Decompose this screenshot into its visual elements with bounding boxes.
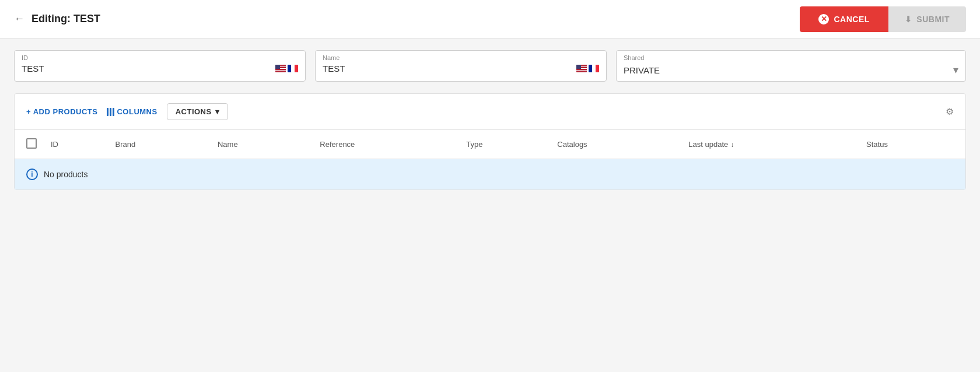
products-section: + ADD PRODUCTS COLUMNS ACTIONS ▾ ⚙ — [14, 93, 966, 190]
no-products-banner: i No products — [15, 159, 965, 189]
header-actions: ✕ CANCEL ⬇ SUBMIT — [800, 6, 966, 32]
actions-dropdown-arrow: ▾ — [215, 107, 220, 116]
columns-button[interactable]: COLUMNS — [107, 107, 157, 116]
name-label: Name — [323, 54, 599, 61]
th-reference-label: Reference — [320, 140, 355, 149]
th-brand-label: Brand — [116, 140, 136, 149]
add-products-label: + ADD PRODUCTS — [26, 107, 97, 116]
shared-dropdown-arrow: ▾ — [953, 64, 958, 76]
select-all-checkbox[interactable] — [26, 138, 37, 149]
cancel-button[interactable]: ✕ CANCEL — [800, 6, 888, 32]
id-field: ID TEST — [14, 50, 306, 82]
name-value-row: TEST — [323, 64, 599, 73]
shared-value: PRIVATE — [624, 65, 660, 75]
filter-icon[interactable]: ⚙ — [946, 107, 954, 117]
th-name-label: Name — [218, 140, 238, 149]
th-last-update-label: Last update — [688, 140, 728, 149]
columns-icon — [107, 108, 114, 116]
flag-us-icon — [275, 65, 286, 72]
shared-field[interactable]: Shared PRIVATE ▾ — [616, 50, 966, 82]
th-status-label: Status — [866, 140, 888, 149]
th-brand: Brand — [108, 130, 211, 159]
cancel-label: CANCEL — [834, 15, 869, 24]
th-last-update-sortable[interactable]: Last update ↓ — [688, 140, 852, 149]
info-icon: i — [26, 169, 38, 180]
id-value: TEST — [22, 64, 44, 73]
table-body: i No products — [15, 159, 965, 190]
products-toolbar: + ADD PRODUCTS COLUMNS ACTIONS ▾ ⚙ — [15, 94, 965, 130]
no-products-message: No products — [44, 170, 88, 179]
actions-label: ACTIONS — [176, 107, 212, 116]
toolbar-right: ⚙ — [946, 106, 954, 117]
submit-label: SUBMIT — [916, 15, 950, 24]
form-section: ID TEST Name TEST Shared PRIVATE ▾ — [0, 38, 980, 93]
table-header: ID Brand Name Reference Type Catalogs — [15, 130, 965, 159]
header-left: ← Editing: TEST — [14, 13, 100, 25]
sort-arrow-icon: ↓ — [730, 141, 734, 149]
checkbox-col-header — [15, 130, 44, 159]
th-id: ID — [44, 130, 108, 159]
name-flag-fr-icon — [589, 65, 599, 72]
table-header-row: ID Brand Name Reference Type Catalogs — [15, 130, 965, 159]
name-field: Name TEST — [315, 50, 607, 82]
name-value: TEST — [323, 64, 345, 73]
id-label: ID — [22, 54, 298, 61]
th-type: Type — [459, 130, 550, 159]
th-type-label: Type — [466, 140, 482, 149]
columns-label: COLUMNS — [117, 107, 157, 116]
th-catalogs-label: Catalogs — [557, 140, 587, 149]
add-products-button[interactable]: + ADD PRODUCTS — [26, 107, 97, 116]
th-last-update[interactable]: Last update ↓ — [681, 130, 859, 159]
id-value-row: TEST — [22, 64, 298, 73]
no-products-cell: i No products — [15, 159, 965, 190]
th-name: Name — [211, 130, 313, 159]
th-reference: Reference — [313, 130, 459, 159]
th-catalogs: Catalogs — [550, 130, 681, 159]
id-field-icons — [275, 65, 298, 72]
th-id-label: ID — [51, 140, 58, 149]
cancel-icon: ✕ — [818, 14, 829, 24]
toolbar-left: + ADD PRODUCTS COLUMNS ACTIONS ▾ — [26, 103, 228, 120]
actions-button[interactable]: ACTIONS ▾ — [167, 103, 229, 120]
back-button[interactable]: ← — [14, 13, 24, 25]
page-header: ← Editing: TEST ✕ CANCEL ⬇ SUBMIT — [0, 0, 980, 38]
name-flag-us-icon — [576, 65, 587, 72]
flag-fr-icon — [288, 65, 298, 72]
page-title: Editing: TEST — [32, 13, 100, 25]
no-products-row: i No products — [15, 159, 965, 190]
shared-value-row: PRIVATE ▾ — [624, 64, 958, 76]
submit-button[interactable]: ⬇ SUBMIT — [888, 6, 966, 32]
shared-label: Shared — [624, 54, 958, 61]
name-field-icons — [576, 65, 599, 72]
products-table: ID Brand Name Reference Type Catalogs — [15, 130, 965, 189]
th-status: Status — [859, 130, 965, 159]
submit-icon: ⬇ — [905, 15, 912, 24]
